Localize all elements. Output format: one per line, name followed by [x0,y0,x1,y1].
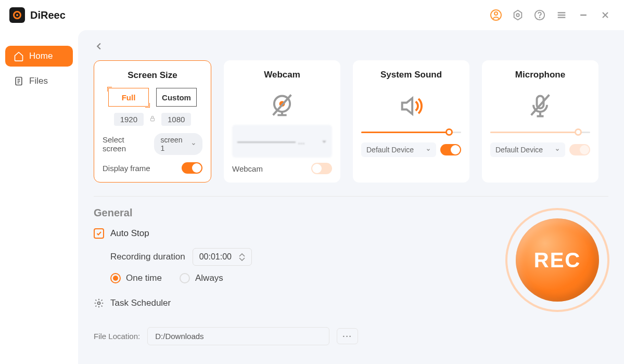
card-title-mic: Microphone [515,70,565,80]
auto-stop-checkbox[interactable] [94,228,104,239]
svg-point-3 [516,14,519,17]
select-screen-dropdown[interactable]: screen 1 [154,133,202,155]
user-icon[interactable] [490,9,502,21]
recording-duration-label: Recording duration [110,252,185,262]
size-full-button[interactable]: Full [108,88,149,107]
card-microphone: Microphone Default Device [482,60,598,183]
radio-one-time[interactable]: One time [110,273,162,283]
select-screen-label: Select screen [103,135,149,153]
radio-always-circle [180,273,190,283]
mic-toggle[interactable] [569,144,590,155]
radio-one-time-circle [110,273,121,283]
card-title-webcam: Webcam [264,70,300,80]
display-frame-toggle[interactable] [182,162,202,174]
card-title-sound: System Sound [380,70,442,80]
chevron-down-icon [555,147,560,152]
close-icon[interactable] [599,9,612,21]
width-input[interactable]: 1920 [114,113,144,126]
webcam-icon [269,87,296,125]
chevron-down-icon [191,141,196,147]
minimize-icon[interactable] [577,9,590,21]
brand: DiReec [9,7,66,23]
record-button[interactable]: REC [505,208,609,312]
sound-toggle[interactable] [440,144,461,155]
record-button-label: REC [534,249,581,272]
card-title-screen: Screen Size [128,70,177,81]
card-webcam: Webcam ———————— … Webcam [224,60,340,183]
stepper-up-icon[interactable] [239,253,245,257]
chevron-down-icon [426,147,431,152]
svg-point-5 [540,17,540,18]
sound-volume-slider[interactable] [361,127,461,137]
chevron-down-icon [322,139,327,144]
back-arrow[interactable] [94,41,608,54]
sidebar-item-files[interactable]: Files [5,71,73,92]
size-custom-button[interactable]: Custom [156,88,197,107]
card-system-sound: System Sound Default Device [353,60,469,183]
sound-device-dropdown[interactable]: Default Device [361,142,436,157]
app-logo [9,7,25,23]
display-frame-label: Display frame [103,164,150,173]
webcam-device-dropdown[interactable]: ———————— … [232,125,332,158]
radio-always[interactable]: Always [180,273,223,283]
brand-name: DiReec [30,9,66,21]
help-icon[interactable] [533,9,546,21]
height-input[interactable]: 1080 [161,113,191,126]
file-location-label: File Location: [94,332,140,341]
sidebar-label-files: Files [29,76,48,86]
webcam-toggle[interactable] [311,163,332,174]
lock-icon[interactable] [149,115,156,124]
files-icon [14,76,24,86]
svg-marker-2 [514,10,522,20]
microphone-icon [527,87,554,125]
speaker-icon [398,87,425,125]
svg-point-1 [494,12,498,15]
sidebar-label-home: Home [29,51,53,61]
stepper-down-icon[interactable] [239,257,245,261]
gear-icon [94,298,104,308]
auto-stop-label: Auto Stop [110,228,149,239]
divider [94,196,608,197]
card-screen-size: Screen Size Full Custom 1920 1080 Select… [94,60,211,183]
sidebar-item-home[interactable]: Home [5,46,73,67]
settings-hex-icon[interactable] [512,9,524,21]
file-location-browse[interactable]: ··· [337,328,358,344]
check-icon [96,230,102,237]
menu-icon[interactable] [555,9,568,21]
svg-point-23 [98,302,100,305]
duration-input[interactable]: 00:01:00 [193,248,252,266]
mic-volume-slider[interactable] [490,127,590,137]
svg-rect-17 [151,118,155,121]
webcam-label: Webcam [232,164,263,173]
home-icon [14,51,24,61]
file-location-input[interactable]: D:/Downloads [147,327,329,345]
mic-device-dropdown[interactable]: Default Device [490,142,565,157]
